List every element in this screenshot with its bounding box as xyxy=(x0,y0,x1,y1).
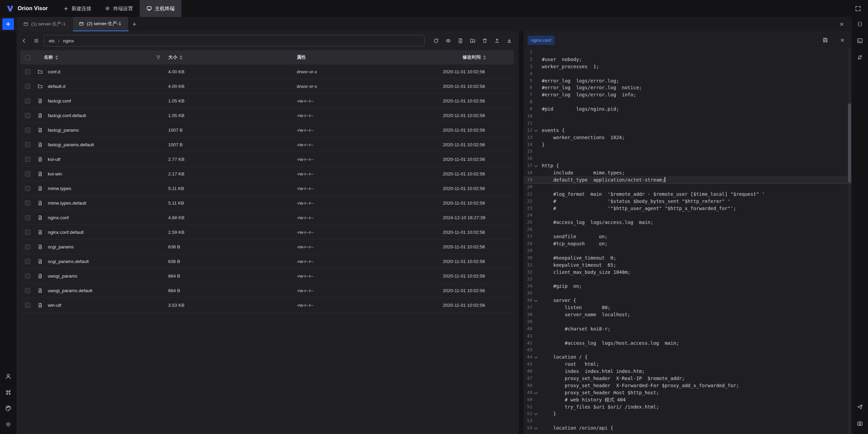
transfer-swap-icon[interactable] xyxy=(855,52,865,62)
row-checkbox[interactable] xyxy=(25,273,30,279)
tab-server-2[interactable]: (2) server-生产-1 xyxy=(73,17,129,31)
breadcrumb-segment[interactable]: nginx xyxy=(63,38,74,43)
list-view-icon[interactable] xyxy=(32,36,41,45)
select-all-checkbox[interactable] xyxy=(25,55,30,60)
show-hidden-eye-icon[interactable] xyxy=(443,36,453,45)
row-checkbox[interactable] xyxy=(25,303,30,308)
new-file-icon[interactable] xyxy=(456,36,465,45)
code-editor[interactable]: 12#user nobody;3worker_processes 1;45#er… xyxy=(524,49,852,434)
close-editor-icon[interactable] xyxy=(837,35,847,45)
file-row[interactable]: koi-win 2.17 KB -rw-r--r-- 2020-11-01 10… xyxy=(20,167,514,181)
row-checkbox[interactable] xyxy=(25,98,30,103)
row-checkbox[interactable] xyxy=(25,201,30,206)
user-icon[interactable] xyxy=(3,371,14,381)
tab-server-1[interactable]: (1) server-生产-1 xyxy=(17,17,73,31)
row-checkbox[interactable] xyxy=(25,69,30,74)
file-row[interactable]: scgi_params 636 B -rw-r--r-- 2020-11-01 … xyxy=(20,240,514,254)
menu-new-connection[interactable]: 新建连接 xyxy=(57,0,98,17)
file-row[interactable]: win-utf 3.53 KB -rw-r--r-- 2020-11-01 10… xyxy=(20,298,514,313)
file-row[interactable]: uwsgi_params 664 B -rw-r--r-- 2020-11-01… xyxy=(20,269,514,283)
settings-gear-icon[interactable] xyxy=(3,419,14,429)
fold-gutter xyxy=(532,254,540,262)
line-number: 37 xyxy=(524,304,532,311)
path-breadcrumb[interactable]: etc / nginx xyxy=(44,35,425,46)
fold-chevron-icon[interactable] xyxy=(532,127,540,134)
row-checkbox[interactable] xyxy=(25,244,30,249)
fold-chevron-icon[interactable] xyxy=(532,297,540,304)
row-checkbox[interactable] xyxy=(25,157,30,162)
fold-chevron-icon[interactable] xyxy=(532,162,540,169)
code-text: #user nobody; xyxy=(540,56,582,63)
new-tab-primary-button[interactable] xyxy=(2,18,14,30)
command-shortcut-icon[interactable] xyxy=(3,387,14,397)
row-checkbox[interactable] xyxy=(25,186,30,191)
add-tab-icon[interactable] xyxy=(129,18,140,30)
file-row[interactable]: nginx.conf 4.68 KB -rw-r--r-- 2024-12-10… xyxy=(20,210,514,225)
editor-scrollbar-thumb[interactable] xyxy=(848,103,851,182)
fold-chevron-icon[interactable] xyxy=(532,410,540,417)
sort-name-icon[interactable] xyxy=(55,55,58,60)
new-folder-icon[interactable] xyxy=(468,36,477,45)
file-row[interactable]: mime.types 5.11 KB -rw-r--r-- 2020-11-01… xyxy=(20,181,514,196)
send-command-icon[interactable] xyxy=(855,402,865,412)
file-row[interactable]: uwsgi_params.default 664 B -rw-r--r-- 20… xyxy=(20,283,514,298)
breadcrumb-segment[interactable]: etc xyxy=(49,38,55,43)
filter-funnel-icon[interactable] xyxy=(156,55,161,60)
row-checkbox[interactable] xyxy=(25,259,30,264)
braces-variables-icon[interactable] xyxy=(855,19,865,29)
file-size: 1007 B xyxy=(168,128,297,133)
file-row[interactable]: fastcgi.conf.default 1.05 KB -rw-r--r-- … xyxy=(20,108,514,123)
row-checkbox[interactable] xyxy=(25,113,30,118)
file-row[interactable]: mime.types.default 5.11 KB -rw-r--r-- 20… xyxy=(20,196,514,210)
close-panel-icon[interactable] xyxy=(837,19,846,29)
code-text xyxy=(540,113,542,120)
file-row[interactable]: conf.d 4.00 KB drwxr-xr-x 2020-11-01 10:… xyxy=(20,64,514,79)
download-icon[interactable] xyxy=(505,36,514,45)
file-row[interactable]: fastcgi_params 1007 B -rw-r--r-- 2020-11… xyxy=(20,123,514,137)
file-row[interactable]: default.d 4.00 KB drwxr-xr-x 2020-11-01 … xyxy=(20,79,514,94)
file-mtime: 2024-12-10 16:27:39 xyxy=(443,215,514,220)
row-checkbox[interactable] xyxy=(25,215,30,220)
sort-mtime-icon[interactable] xyxy=(483,55,486,60)
row-checkbox[interactable] xyxy=(25,288,30,293)
line-number: 52 xyxy=(524,410,532,417)
file-size: 4.00 KB xyxy=(168,84,297,89)
fold-chevron-icon[interactable] xyxy=(532,389,540,396)
fold-chevron-icon[interactable] xyxy=(532,424,540,432)
menu-terminal-settings[interactable]: 终端设置 xyxy=(98,0,140,17)
back-chevron-icon[interactable] xyxy=(19,36,29,45)
row-checkbox[interactable] xyxy=(25,142,30,147)
row-checkbox[interactable] xyxy=(25,171,30,176)
upload-icon[interactable] xyxy=(492,36,502,45)
file-attrs: -rw-r--r-- xyxy=(297,157,443,162)
row-checkbox[interactable] xyxy=(25,84,30,89)
fold-chevron-icon[interactable] xyxy=(532,354,540,361)
delete-trash-icon[interactable] xyxy=(480,36,490,45)
refresh-icon[interactable] xyxy=(431,36,441,45)
fold-gutter xyxy=(532,226,540,233)
file-row[interactable]: scgi_params.default 636 B -rw-r--r-- 202… xyxy=(20,254,514,269)
code-line: 25 #access_log logs/access.log main; xyxy=(524,219,852,226)
file-row[interactable]: fastcgi_params.default 1007 B -rw-r--r--… xyxy=(20,137,514,152)
file-icon xyxy=(38,98,43,103)
row-checkbox[interactable] xyxy=(25,128,30,133)
file-row[interactable]: koi-utf 2.77 KB -rw-r--r-- 2020-11-01 10… xyxy=(20,152,514,167)
file-name: scgi_params xyxy=(45,244,168,249)
file-icon xyxy=(38,215,43,220)
row-checkbox[interactable] xyxy=(25,230,30,235)
screenshot-camera-icon[interactable] xyxy=(855,418,865,429)
code-text xyxy=(540,70,542,77)
file-mtime: 2020-11-01 10:02:56 xyxy=(443,201,514,206)
editor-file-tab[interactable]: nginx.conf xyxy=(528,36,554,45)
menu-host-terminal[interactable]: 主机终端 xyxy=(140,0,181,17)
line-number: 22 xyxy=(524,198,532,205)
sort-size-icon[interactable] xyxy=(180,55,182,60)
file-row[interactable]: fastcgi.conf 1.05 KB -rw-r--r-- 2020-11-… xyxy=(20,94,514,108)
fold-gutter xyxy=(532,283,540,290)
file-row[interactable]: nginx.conf.default 2.59 KB -rw-r--r-- 20… xyxy=(20,225,514,240)
fullscreen-icon[interactable] xyxy=(853,4,863,13)
sftp-panel-icon[interactable] xyxy=(855,36,865,46)
theme-palette-icon[interactable] xyxy=(3,403,14,413)
file-mtime: 2020-11-01 10:02:56 xyxy=(443,288,514,293)
save-icon[interactable] xyxy=(821,35,830,45)
